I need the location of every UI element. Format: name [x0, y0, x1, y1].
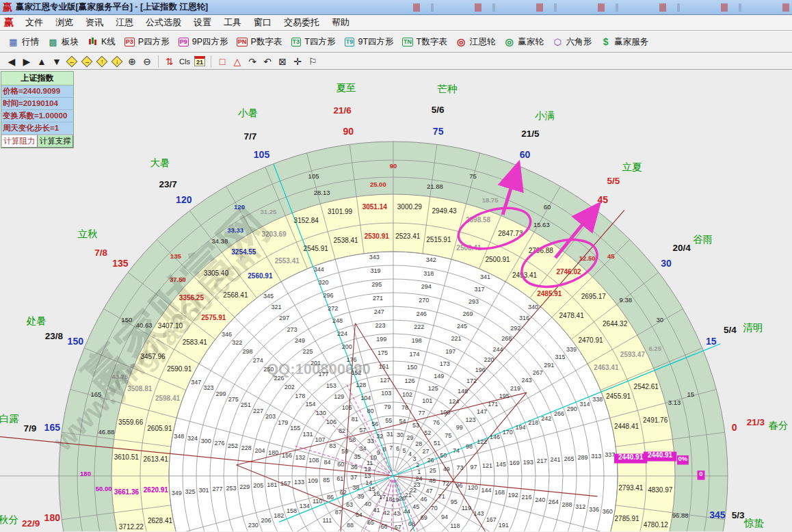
- svg-text:31.25: 31.25: [261, 208, 277, 215]
- svg-text:2628.41: 2628.41: [148, 517, 173, 524]
- diamond-left-button[interactable]: ←: [65, 55, 79, 68]
- rotate-ccw-button[interactable]: ↶: [261, 55, 274, 68]
- menu-item-tools[interactable]: 工具: [217, 16, 248, 29]
- p-number-table-icon: PN: [236, 36, 248, 47]
- svg-text:69: 69: [421, 514, 427, 521]
- app-logo-icon: 赢: [3, 1, 12, 14]
- calendar-button[interactable]: 21: [193, 55, 207, 68]
- svg-text:134: 134: [300, 503, 310, 509]
- svg-text:4780.12: 4780.12: [644, 521, 669, 529]
- triangle-tool-button[interactable]: △: [230, 55, 244, 68]
- rect-tool-button[interactable]: □: [215, 55, 229, 68]
- calc-resistance-button[interactable]: 计算阻力: [1, 135, 38, 148]
- svg-text:315: 315: [555, 354, 566, 360]
- svg-text:266: 266: [554, 410, 564, 417]
- svg-text:95: 95: [451, 498, 458, 505]
- gann-wheel-chart[interactable]: 1234567891011121314151617181920212223242…: [0, 70, 792, 531]
- svg-text:68: 68: [408, 520, 415, 527]
- svg-text:60: 60: [520, 149, 531, 160]
- calc-support-button[interactable]: 计算支撑: [38, 135, 74, 148]
- svg-text:39: 39: [357, 493, 364, 500]
- svg-text:2463.41: 2463.41: [594, 364, 619, 371]
- cls-button[interactable]: Cls: [178, 55, 192, 68]
- zoom-in-button[interactable]: ⊕: [125, 55, 139, 68]
- svg-text:76: 76: [433, 419, 440, 426]
- svg-text:58: 58: [349, 436, 356, 443]
- menu-item-browse[interactable]: 浏览: [49, 16, 79, 29]
- menu-item-help[interactable]: 帮助: [326, 16, 356, 29]
- svg-text:228: 228: [241, 444, 252, 451]
- svg-text:175: 175: [378, 349, 388, 356]
- quotes-button[interactable]: ▦ 行情: [4, 35, 42, 49]
- menu-item-formula-picker[interactable]: 公式选股: [140, 16, 187, 29]
- winner-wheel-button[interactable]: ◎ 赢家轮: [500, 35, 547, 49]
- svg-text:85: 85: [323, 477, 330, 483]
- svg-text:3152.84: 3152.84: [294, 217, 319, 224]
- step-row: 周天变化步长=1: [1, 122, 73, 135]
- svg-text:118: 118: [450, 522, 460, 529]
- svg-text:167: 167: [486, 516, 497, 523]
- svg-text:3610.51: 3610.51: [114, 453, 140, 461]
- rotate-cw-button[interactable]: ↷: [246, 55, 259, 68]
- svg-text:54: 54: [399, 418, 406, 425]
- svg-text:46.88: 46.88: [98, 428, 114, 436]
- flag-button[interactable]: ⚐: [306, 55, 319, 68]
- p-number-table-button[interactable]: PN P数字表: [233, 35, 285, 49]
- svg-text:13: 13: [364, 473, 371, 479]
- index-name-label: 上证指数: [1, 72, 73, 85]
- t-number-table-button[interactable]: TN T数字表: [399, 35, 451, 49]
- svg-text:157: 157: [280, 480, 291, 487]
- diamond-right-button[interactable]: →: [80, 55, 94, 68]
- diamond-down-button[interactable]: ↓: [110, 55, 124, 68]
- sectors-button[interactable]: ▩ 板块: [44, 35, 82, 49]
- svg-text:272: 272: [328, 305, 338, 312]
- svg-text:49: 49: [443, 466, 450, 473]
- svg-text:312: 312: [575, 503, 585, 510]
- svg-text:172: 172: [466, 377, 477, 384]
- t9-square-button[interactable]: T9 9T四方形: [340, 35, 397, 49]
- gann-wheel-button[interactable]: ◎ 江恩轮: [452, 35, 499, 49]
- svg-text:3000.29: 3000.29: [397, 203, 423, 211]
- menu-item-gann[interactable]: 江恩: [109, 16, 140, 29]
- svg-text:2542.61: 2542.61: [634, 383, 659, 390]
- svg-text:32: 32: [376, 433, 383, 440]
- svg-text:2553.41: 2553.41: [275, 257, 300, 265]
- updown-arrows-button[interactable]: ⇅: [163, 55, 176, 68]
- menu-item-news[interactable]: 资讯: [79, 16, 109, 29]
- svg-text:56: 56: [371, 421, 378, 427]
- winner-service-button[interactable]: $ 赢家服务: [596, 35, 652, 49]
- svg-text:19: 19: [392, 496, 399, 503]
- p9-square-button[interactable]: P9 9P四方形: [174, 35, 232, 49]
- menu-item-settings[interactable]: 设置: [187, 16, 217, 29]
- svg-text:2455.91: 2455.91: [606, 393, 631, 400]
- menu-item-file[interactable]: 文件: [19, 16, 49, 29]
- svg-text:59: 59: [341, 448, 348, 455]
- delete-box-button[interactable]: ⊠: [276, 55, 289, 68]
- svg-text:2440.91: 2440.91: [618, 453, 644, 461]
- svg-text:119: 119: [462, 505, 471, 511]
- svg-text:206: 206: [261, 517, 271, 524]
- menu-item-trading[interactable]: 交易委托: [278, 16, 326, 29]
- arrow-down-button[interactable]: ▼: [50, 55, 64, 68]
- svg-text:18: 18: [385, 496, 392, 503]
- hexagon-button[interactable]: ⬡ 六角形: [549, 35, 596, 49]
- t-square-button[interactable]: T3 T四方形: [287, 35, 339, 49]
- zoom-out-button[interactable]: ⊖: [140, 55, 154, 68]
- kline-button[interactable]: K线: [83, 35, 119, 49]
- menu-item-window[interactable]: 窗口: [248, 16, 278, 29]
- svg-text:222: 222: [414, 323, 424, 330]
- svg-text:218: 218: [528, 419, 538, 426]
- svg-text:2620.91: 2620.91: [144, 486, 169, 494]
- p-square-button[interactable]: P3 P四方形: [120, 35, 173, 49]
- arrow-left-button[interactable]: ◀: [5, 55, 18, 68]
- move-tool-button[interactable]: ✛: [291, 55, 304, 68]
- arrow-up-button[interactable]: ▲: [35, 55, 49, 68]
- svg-text:130: 130: [316, 410, 326, 416]
- arrow-right-button[interactable]: ▶: [20, 55, 34, 68]
- svg-text:74: 74: [453, 447, 460, 454]
- diamond-right-icon: →: [81, 55, 93, 67]
- conversion-factor-row: 变换系数=1.00000: [1, 110, 73, 122]
- svg-text:322: 322: [232, 339, 242, 346]
- diamond-up-button[interactable]: ↑: [95, 55, 109, 68]
- svg-text:2491.76: 2491.76: [643, 416, 668, 424]
